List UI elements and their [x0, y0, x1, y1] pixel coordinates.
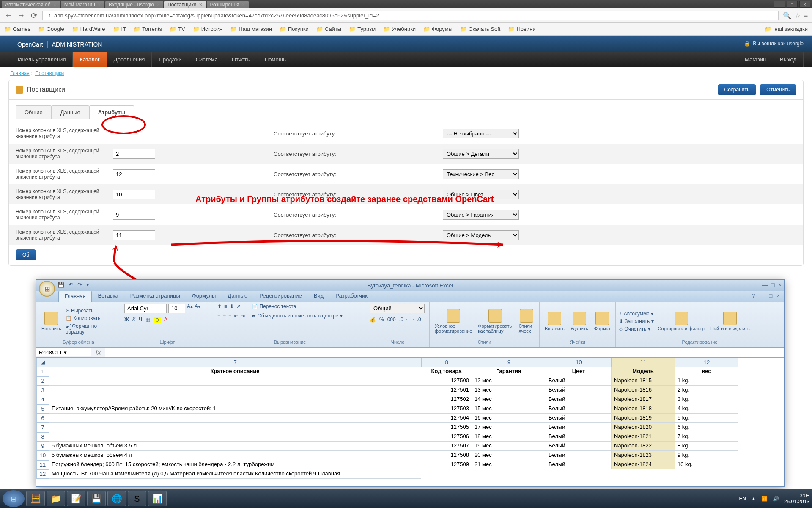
browser-tab[interactable]: Розширення×: [207, 1, 249, 8]
data-cell[interactable]: 1 kg.: [675, 376, 738, 386]
row-header[interactable]: 8: [36, 432, 49, 442]
data-cell[interactable]: Белый: [546, 460, 612, 469]
data-cell[interactable]: 5 бумажных мешков; объем 4 л: [49, 451, 421, 460]
data-cell[interactable]: 127506: [421, 432, 472, 442]
data-cell[interactable]: 2 kg.: [675, 386, 738, 395]
column-number-input[interactable]: [113, 230, 155, 240]
align-bottom-icon[interactable]: ⬇: [230, 304, 234, 309]
excel-close[interactable]: ×: [778, 282, 782, 288]
data-cell[interactable]: Белый: [546, 432, 612, 442]
data-cell[interactable]: Мощность, Вт 700 Чаша измельчителя (л) 0…: [49, 469, 421, 479]
cond-format-button[interactable]: Условное форматирование: [433, 307, 474, 335]
data-cell[interactable]: 5 бумажных мешков; объем 3.5 л: [49, 442, 421, 451]
data-cell[interactable]: 4 kg.: [675, 404, 738, 414]
data-cell[interactable]: 18 мес: [472, 432, 546, 442]
task-calculator[interactable]: 🧮: [26, 491, 45, 506]
data-cell[interactable]: Napoleon-1817: [612, 395, 675, 404]
data-cell[interactable]: 13 мес: [472, 386, 546, 395]
data-cell[interactable]: 21 мес: [472, 460, 546, 469]
tray-network-icon[interactable]: 📶: [761, 496, 768, 502]
data-cell[interactable]: [49, 395, 421, 404]
tray-clock[interactable]: 3:08 25.01.2013: [784, 493, 809, 505]
align-left-icon[interactable]: ≡: [217, 313, 220, 319]
column-header[interactable]: 7: [49, 358, 421, 367]
merge-button[interactable]: ⬌ Объединить и поместить в центре ▾: [252, 313, 343, 319]
header-cell[interactable]: Модель: [612, 367, 675, 376]
url-input[interactable]: 🗋 ann.spywatcher.com.ua/admin/index.php?…: [42, 11, 779, 20]
data-cell[interactable]: Белый: [546, 414, 612, 423]
task-excel[interactable]: 📊: [148, 491, 167, 506]
window-maximize[interactable]: □: [787, 1, 798, 8]
column-number-input[interactable]: [113, 190, 155, 199]
row-header[interactable]: 1: [36, 367, 49, 376]
row-header[interactable]: 7: [36, 423, 49, 432]
copy-button[interactable]: 📋 Копировать: [66, 315, 117, 321]
italic-button[interactable]: К: [132, 317, 135, 323]
column-header[interactable]: 9: [472, 358, 546, 367]
cell-styles-button[interactable]: Стили ячеек: [517, 307, 536, 335]
browser-tab-active[interactable]: Поставщики×: [164, 1, 206, 8]
redo-icon[interactable]: ↷: [77, 282, 82, 288]
data-cell[interactable]: Napoleon-1818: [612, 404, 675, 414]
decimal-decrease-icon[interactable]: ←.0: [412, 317, 421, 323]
ribbon-tab-view[interactable]: Вид: [308, 291, 330, 302]
ribbon-tab-data[interactable]: Данные: [222, 291, 253, 302]
data-cell[interactable]: Белый: [546, 376, 612, 386]
header-cell[interactable]: Гарантия: [472, 367, 546, 376]
bookmark-folder[interactable]: 📁Games: [4, 26, 30, 32]
nav-logout[interactable]: Выход: [773, 52, 804, 67]
data-cell[interactable]: [49, 376, 421, 386]
data-cell[interactable]: 127505: [421, 423, 472, 432]
task-chrome[interactable]: 🌐: [107, 491, 126, 506]
data-cell[interactable]: Napoleon-1820: [612, 423, 675, 432]
format-table-button[interactable]: Форматировать как таблицу: [476, 307, 514, 335]
close-icon[interactable]: ×: [98, 1, 101, 8]
header-cell[interactable]: вес: [675, 367, 738, 376]
close-icon[interactable]: ×: [53, 1, 57, 8]
tray-lang[interactable]: EN: [739, 496, 746, 502]
tab-general[interactable]: Общие: [16, 105, 52, 119]
fill-color-button[interactable]: ◇: [154, 317, 161, 323]
data-cell[interactable]: 15 мес: [472, 404, 546, 414]
font-color-button[interactable]: A: [164, 317, 167, 323]
data-cell[interactable]: Питание: аккумулятор//Время работы: 20 м…: [49, 404, 421, 414]
bookmark-folder[interactable]: 📁Новини: [508, 26, 535, 32]
decrease-font-icon[interactable]: A▾: [195, 304, 200, 313]
data-cell[interactable]: Белый: [546, 395, 612, 404]
font-name-select[interactable]: [124, 304, 167, 313]
data-cell[interactable]: 20 мес: [472, 451, 546, 460]
reload-button[interactable]: ⟳: [30, 11, 38, 20]
nav-sales[interactable]: Продажи: [152, 52, 189, 67]
find-button[interactable]: Найти и выделить: [709, 310, 752, 333]
data-cell[interactable]: [49, 423, 421, 432]
close-icon[interactable]: ×: [242, 1, 245, 8]
align-middle-icon[interactable]: ≡: [224, 304, 227, 309]
format-painter-button[interactable]: 🖌 Формат по образцу: [66, 323, 117, 335]
tab-data[interactable]: Данные: [52, 105, 89, 119]
data-cell[interactable]: Napoleon-1815: [612, 376, 675, 386]
increase-font-icon[interactable]: A▴: [187, 304, 193, 313]
attribute-select[interactable]: Общие > Детали: [443, 149, 519, 159]
sort-button[interactable]: Сортировка и фильтр: [656, 310, 706, 333]
bold-button[interactable]: Ж: [124, 317, 129, 323]
window-close[interactable]: ×: [799, 1, 810, 8]
ribbon-tab-layout[interactable]: Разметка страницы: [124, 291, 186, 302]
align-right-icon[interactable]: ≡: [228, 313, 231, 319]
column-header[interactable]: 11: [612, 358, 675, 367]
border-button[interactable]: ▦: [145, 317, 150, 323]
forward-button[interactable]: →: [17, 11, 25, 20]
column-number-input[interactable]: [113, 210, 155, 220]
nav-catalog[interactable]: Каталог: [73, 52, 107, 67]
doc-minimize[interactable]: —: [760, 293, 765, 300]
data-cell[interactable]: 127504: [421, 414, 472, 423]
data-cell[interactable]: 9 kg.: [675, 451, 738, 460]
nav-system[interactable]: Система: [189, 52, 225, 67]
header-cell[interactable]: Код товара: [421, 367, 472, 376]
header-cell[interactable]: Краткое описание: [49, 367, 421, 376]
select-all-cell[interactable]: ◢: [36, 358, 49, 367]
ribbon-tab-home[interactable]: Главная: [58, 291, 92, 302]
data-cell[interactable]: Белый: [546, 404, 612, 414]
nav-help[interactable]: Помощь: [258, 52, 293, 67]
column-number-input[interactable]: [113, 169, 155, 179]
data-cell[interactable]: Белый: [546, 451, 612, 460]
